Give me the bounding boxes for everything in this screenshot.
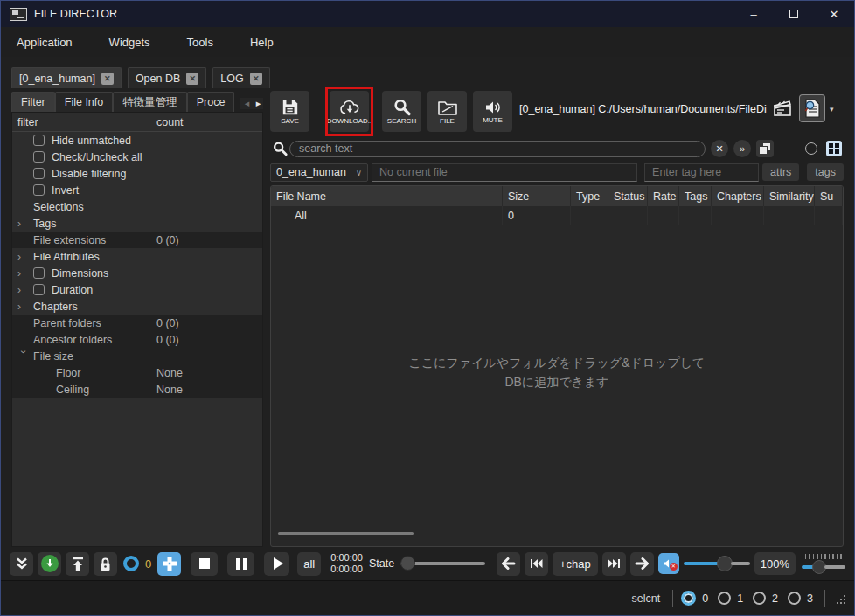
download-queue-button[interactable] [38, 552, 61, 576]
add-chapter-button[interactable]: +chap [553, 552, 598, 576]
db-tab-log[interactable]: LOG ✕ [212, 67, 269, 88]
checkbox[interactable] [33, 135, 45, 146]
duplicate-window-button[interactable] [756, 140, 774, 157]
resize-grip[interactable] [835, 593, 845, 604]
clear-search-button[interactable]: ✕ [711, 140, 728, 157]
tab-scroll-left-icon[interactable]: ◂ [242, 98, 252, 109]
lock-button[interactable] [94, 552, 117, 576]
tree-row-file-attributes[interactable]: ›File Attributes [12, 248, 262, 265]
tab-file-info[interactable]: File Info [55, 92, 113, 112]
tab-close-icon[interactable]: ✕ [250, 73, 262, 85]
menu-application[interactable]: Application [17, 36, 73, 49]
tree-row-parent-folders[interactable]: Parent folders 0 (0) [12, 315, 262, 331]
next-file-button[interactable] [630, 552, 654, 576]
tree-row-invert[interactable]: Invert [12, 182, 262, 198]
save-button[interactable]: SAVE [270, 91, 309, 132]
maximize-button[interactable] [774, 1, 814, 27]
chevron-right-icon[interactable]: › [17, 251, 33, 263]
tree-row-selections[interactable]: Selections [12, 198, 262, 215]
checkbox[interactable] [33, 168, 45, 179]
tab-feature-management[interactable]: 特徴量管理 [113, 92, 187, 112]
play-button[interactable] [264, 552, 289, 576]
file-button[interactable]: FILE [428, 91, 467, 132]
db-select[interactable]: 0_ena_human ∨ [270, 163, 368, 182]
tree-row-disable-filtering[interactable]: Disable filtering [12, 165, 262, 182]
chevron-right-icon[interactable]: › [17, 301, 33, 313]
zoom-level-button[interactable]: 100% [754, 552, 796, 575]
menu-tools[interactable]: Tools [187, 36, 213, 49]
checkbox[interactable] [33, 284, 45, 295]
tab-scroll-right-icon[interactable]: ▸ [254, 98, 263, 109]
column-count[interactable]: count [149, 113, 262, 131]
prev-file-button[interactable] [497, 552, 520, 576]
radio-1[interactable] [718, 592, 731, 605]
tab-filter[interactable]: Filter [11, 92, 55, 112]
column-file-name[interactable]: File Name [271, 186, 503, 206]
minimize-button[interactable]: – [733, 1, 774, 27]
checkbox[interactable] [33, 151, 45, 163]
column-chapters[interactable]: Chapters [712, 186, 764, 206]
menu-help[interactable]: Help [250, 36, 274, 49]
preview-document-button[interactable] [800, 95, 824, 121]
move-top-button[interactable] [66, 552, 89, 576]
current-file-field[interactable] [372, 163, 637, 182]
close-button[interactable]: ✕ [814, 1, 854, 27]
search-button[interactable]: SEARCH [382, 91, 421, 132]
clapperboard-button[interactable] [770, 95, 795, 121]
tree-row-file-extensions[interactable]: File extensions 0 (0) [12, 232, 262, 248]
toolbar-overflow-button[interactable]: ▾ [830, 105, 844, 114]
tab-close-icon[interactable]: ✕ [186, 73, 198, 85]
tab-close-icon[interactable]: ✕ [101, 73, 114, 85]
tree-row-chapters[interactable]: ›Chapters [12, 298, 262, 315]
menu-widgets[interactable]: Widgets [109, 36, 150, 49]
tree-row-ceiling[interactable]: Ceiling None [12, 381, 262, 398]
radio-0[interactable] [681, 591, 696, 606]
column-rate[interactable]: Rate [648, 186, 679, 206]
tags-button[interactable]: tags [807, 163, 844, 181]
chevron-down-icon[interactable]: › [17, 350, 30, 364]
chevron-right-icon[interactable]: › [17, 218, 33, 230]
radio-2[interactable] [753, 592, 766, 605]
pause-button[interactable] [227, 552, 254, 576]
tree-row-hide-unmatched[interactable]: Hide unmatched [12, 132, 262, 149]
column-filter[interactable]: filter [12, 113, 149, 131]
skip-start-button[interactable] [525, 552, 548, 576]
db-tab-open-db[interactable]: Open DB ✕ [128, 67, 206, 88]
horizontal-scrollbar[interactable] [278, 532, 414, 535]
column-tags[interactable]: Tags [679, 186, 712, 206]
tree-row-ancestor-folders[interactable]: Ancestor folders 0 (0) [12, 331, 262, 348]
chevron-right-icon[interactable]: › [17, 267, 33, 280]
download-button[interactable]: DOWNLOAD.. [330, 91, 369, 132]
view-mode-radio[interactable] [805, 142, 817, 155]
loop-ring-indicator[interactable] [123, 556, 139, 571]
radio-3[interactable] [788, 592, 801, 605]
column-size[interactable]: Size [503, 186, 571, 206]
tag-entry-field[interactable] [644, 163, 759, 182]
grid-view-button[interactable] [826, 141, 842, 156]
checkbox[interactable] [33, 267, 45, 279]
collapse-all-button[interactable] [10, 552, 33, 576]
tab-process[interactable]: Proce [187, 92, 235, 112]
volume-mute-toggle[interactable]: ✕ [658, 553, 679, 574]
tree-row-tags[interactable]: ›Tags [12, 215, 262, 232]
play-all-button[interactable]: all [297, 552, 321, 576]
seek-handle[interactable] [400, 556, 415, 571]
attrs-button[interactable]: attrs [762, 163, 799, 181]
tree-row-duration[interactable]: ›Duration [12, 281, 262, 298]
dpad-navigate-button[interactable] [157, 552, 181, 576]
skip-end-button[interactable] [602, 552, 626, 576]
seek-slider[interactable] [400, 562, 485, 565]
chevron-right-icon[interactable]: › [17, 284, 33, 296]
checkbox[interactable] [33, 184, 45, 196]
table-row-all[interactable]: All 0 [271, 206, 843, 225]
tree-row-check-uncheck-all[interactable]: Check/Uncheck all [12, 149, 262, 165]
db-tab-0-ena-human[interactable]: [0_ena_human] ✕ [11, 67, 122, 88]
thumb-zoom-slider[interactable] [802, 560, 845, 574]
mute-button[interactable]: MUTE [473, 91, 512, 132]
column-su[interactable]: Su [815, 186, 843, 206]
expand-search-button[interactable]: » [733, 140, 751, 157]
column-status[interactable]: Status [608, 186, 648, 206]
search-input[interactable] [289, 141, 706, 157]
tree-row-dimensions[interactable]: ›Dimensions [12, 265, 262, 281]
stop-button[interactable] [191, 552, 218, 576]
